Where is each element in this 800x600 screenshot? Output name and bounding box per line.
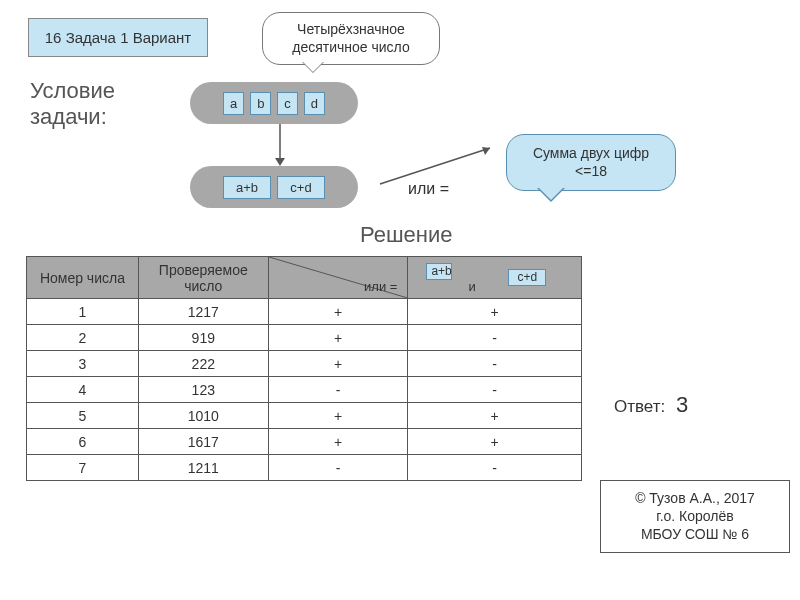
table-cell: + (268, 299, 408, 325)
mini-ab: a+b (426, 263, 452, 280)
table-cell: 5 (27, 403, 139, 429)
credit-box: © Тузов А.А., 2017г.о. КоролёвМБОУ СОШ №… (600, 480, 790, 553)
arrow-down-icon (272, 124, 288, 166)
table-cell: + (268, 325, 408, 351)
table-cell: 1217 (138, 299, 268, 325)
table-cell: - (408, 377, 582, 403)
col-header-number: Проверяемое число (138, 257, 268, 299)
answer-value: 3 (676, 392, 688, 417)
table-cell: 1 (27, 299, 139, 325)
table-cell: 919 (138, 325, 268, 351)
table-cell: - (408, 325, 582, 351)
col-header-and: a+b и c+d (408, 257, 582, 299)
table-cell: + (268, 429, 408, 455)
svg-line-2 (380, 148, 490, 184)
col-header-index: Номер числа (27, 257, 139, 299)
table-cell: 1617 (138, 429, 268, 455)
table-cell: 6 (27, 429, 139, 455)
table-row: 3222+- (27, 351, 582, 377)
answer: Ответ: 3 (614, 392, 688, 418)
table-cell: + (268, 403, 408, 429)
table-row: 11217++ (27, 299, 582, 325)
condition-label: Условиезадачи: (30, 78, 115, 131)
table-cell: 1010 (138, 403, 268, 429)
table-row: 4123-- (27, 377, 582, 403)
answer-label: Ответ: (614, 397, 665, 416)
table-cell: - (408, 351, 582, 377)
table-cell: 3 (27, 351, 139, 377)
chip-a: a (223, 92, 244, 115)
arrow-diag-icon (370, 142, 510, 192)
table-cell: 2 (27, 325, 139, 351)
table-row: 51010++ (27, 403, 582, 429)
mini-and: и (468, 279, 475, 294)
chip-d: d (304, 92, 325, 115)
table-cell: 1211 (138, 455, 268, 481)
hdr-ili-label: или = (364, 279, 397, 294)
table-cell: + (408, 403, 582, 429)
table-row: 61617++ (27, 429, 582, 455)
solution-label: Решение (360, 222, 453, 248)
table-cell: 4 (27, 377, 139, 403)
table-cell: 7 (27, 455, 139, 481)
pill-sums: a+b c+d (190, 166, 358, 208)
table-cell: + (408, 429, 582, 455)
table-row: 2919+- (27, 325, 582, 351)
svg-marker-1 (275, 158, 285, 166)
table-cell: 123 (138, 377, 268, 403)
table-row: 71211-- (27, 455, 582, 481)
col-header-or: или = (268, 257, 408, 299)
table-cell: - (268, 455, 408, 481)
table-cell: 222 (138, 351, 268, 377)
title-box: 16 Задача 1 Вариант (28, 18, 208, 57)
chip-b: b (250, 92, 271, 115)
callout-four-digit: Четырёхзначное десятичное число (262, 12, 440, 65)
solution-table: Номер числа Проверяемое число или = a+b … (26, 256, 582, 481)
chip-c: c (277, 92, 298, 115)
table-cell: + (268, 351, 408, 377)
chip-ab: a+b (223, 176, 271, 199)
table-cell: - (408, 455, 582, 481)
pill-digits: a b c d (190, 82, 358, 124)
chip-cd: c+d (277, 176, 325, 199)
callout-sum: Сумма двух цифр <=18 (506, 134, 676, 191)
table-cell: + (408, 299, 582, 325)
mini-cd: c+d (508, 269, 546, 286)
table-cell: - (268, 377, 408, 403)
